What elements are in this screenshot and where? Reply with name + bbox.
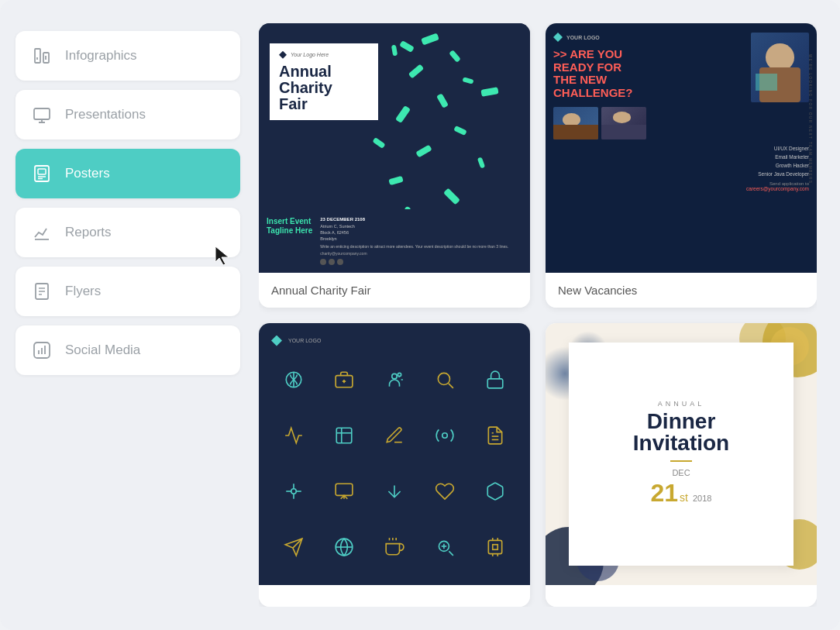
- charity-title: Annual Charity Fair: [279, 64, 369, 112]
- vacancies-role-2: Email Marketer: [553, 153, 809, 161]
- vacancies-looking-text: WE'RE LOOKING FOR OUR NEXT TEAM MEMBERS: [808, 54, 812, 184]
- card-charity-fair-label: Annual Charity Fair: [259, 273, 530, 308]
- charity-logo-text: Your Logo Here: [291, 52, 329, 57]
- svg-rect-56: [492, 545, 497, 550]
- sidebar: Infographics Presentations: [15, 23, 240, 607]
- svg-rect-29: [487, 378, 503, 387]
- vacancies-role-1: UI/UX Designer: [553, 144, 809, 153]
- dinner-date-row: 21 st 2018: [633, 479, 729, 508]
- sidebar-item-reports-label: Reports: [65, 225, 112, 240]
- card-dinner-invitation-preview: ANNUAL Dinner Invitation DEC 21 st 2018: [546, 323, 817, 586]
- card-new-vacancies-preview: WE'RE LOOKING FOR OUR NEXT TEAM MEMBERS …: [546, 23, 817, 273]
- dinner-dec-label: DEC: [633, 468, 729, 477]
- charity-tagline: Insert EventTagline Here: [267, 217, 312, 236]
- vacancies-email: careers@yourcompany.com: [553, 186, 809, 191]
- card-new-vacancies-label: New Vacancies: [546, 273, 817, 308]
- svg-line-28: [449, 383, 453, 387]
- sidebar-item-social-media-label: Social Media: [65, 343, 140, 358]
- card-charity-fair[interactable]: Your Logo Here Annual Charity Fair: [259, 23, 530, 308]
- card-charity-fair-preview: Your Logo Here Annual Charity Fair: [259, 23, 530, 273]
- sidebar-item-posters[interactable]: Posters: [15, 149, 240, 198]
- flyers-icon: [31, 281, 53, 302]
- card-dinner-invitation-label: [546, 585, 817, 607]
- svg-rect-8: [38, 169, 46, 174]
- sidebar-item-posters-label: Posters: [65, 166, 110, 181]
- vacancies-logo-text: YOUR LOGO: [566, 35, 600, 40]
- charity-date: 23 DECEMBER 2108: [320, 217, 522, 222]
- sidebar-item-presentations-label: Presentations: [65, 107, 146, 122]
- sidebar-item-presentations[interactable]: Presentations: [15, 90, 240, 139]
- svg-point-25: [392, 374, 398, 379]
- sidebar-item-social-media[interactable]: Social Media: [15, 325, 240, 375]
- svg-point-33: [442, 432, 448, 438]
- svg-point-36: [291, 489, 297, 494]
- charity-venue: Atrium C, Suntech Block A, 62456 Brookly…: [320, 223, 522, 243]
- svg-rect-30: [336, 428, 352, 443]
- svg-rect-55: [488, 540, 501, 553]
- dinner-annual-label: ANNUAL: [633, 400, 729, 408]
- infographics-icon: [31, 45, 53, 67]
- svg-rect-41: [336, 484, 353, 495]
- vacancies-role-3: Growth Hacker: [553, 161, 809, 170]
- svg-rect-4: [34, 108, 50, 119]
- svg-rect-0: [35, 49, 40, 63]
- vacancies-role-4: Senior Java Developer: [553, 170, 809, 178]
- sidebar-item-infographics-label: Infographics: [65, 48, 137, 64]
- posters-icon: [31, 163, 53, 184]
- card-tech-icons-preview: YOUR LOGO: [259, 323, 530, 586]
- charity-email: charity@yourcompany.com: [320, 251, 522, 256]
- social-media-icon: [31, 339, 53, 361]
- presentations-icon: [31, 104, 53, 126]
- sidebar-item-reports[interactable]: Reports: [15, 208, 240, 257]
- charity-description: Write an enticing description to attract…: [320, 244, 522, 250]
- sidebar-item-infographics[interactable]: Infographics: [15, 31, 240, 81]
- card-new-vacancies[interactable]: WE'RE LOOKING FOR OUR NEXT TEAM MEMBERS …: [546, 23, 817, 308]
- card-dinner-invitation[interactable]: ANNUAL Dinner Invitation DEC 21 st 2018: [546, 323, 817, 608]
- main-grid: Your Logo Here Annual Charity Fair: [259, 23, 817, 607]
- sidebar-item-flyers-label: Flyers: [65, 284, 101, 299]
- reports-icon: [31, 222, 53, 243]
- svg-line-52: [449, 551, 453, 555]
- card-tech-icons[interactable]: YOUR LOGO: [259, 323, 530, 608]
- sidebar-item-flyers[interactable]: Flyers: [15, 267, 240, 316]
- svg-point-27: [438, 373, 449, 384]
- vacancies-headline: >> ARE YOU READY FOR THE NEW CHALLENGE?: [553, 48, 745, 99]
- card-tech-icons-label: [259, 585, 530, 607]
- dinner-title: Dinner Invitation: [633, 411, 729, 454]
